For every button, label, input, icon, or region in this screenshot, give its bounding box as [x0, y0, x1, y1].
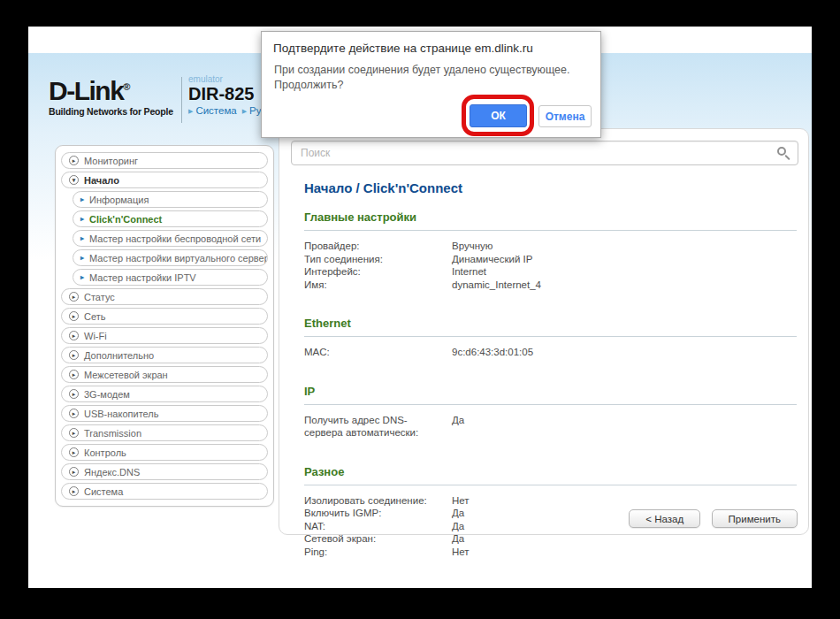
menu-item-0[interactable]: ▶Система: [188, 105, 237, 116]
sidebar-item-6[interactable]: ▸Мастер настройки IPTV: [73, 269, 268, 286]
setting-label: Включить IGMP:: [304, 507, 452, 520]
sidebar-item-label: Начало: [84, 175, 119, 186]
sidebar-item-7[interactable]: ▸Статус: [61, 288, 268, 305]
panel-footer: < Назад Применить: [622, 509, 798, 528]
sidebar-item-9[interactable]: ▸Wi-Fi: [61, 327, 268, 344]
model-block: emulator DIR-825 ▶Система▶Рус: [188, 74, 271, 116]
sidebar-item-1[interactable]: ▾Начало: [61, 172, 268, 188]
dlink-tagline: Building Networks for People: [49, 106, 181, 117]
sidebar-item-label: Информация: [89, 195, 149, 205]
sidebar-item-label: Яндекс.DNS: [84, 467, 140, 478]
chevron-right-circle-icon: ▸: [69, 389, 79, 399]
back-button[interactable]: < Назад: [629, 509, 700, 528]
setting-label: MAC:: [304, 346, 452, 359]
setting-row: Провайдер:Вручную: [304, 240, 797, 253]
chevron-right-circle-icon: ▸: [69, 486, 79, 496]
sidebar-item-label: 3G-модем: [84, 389, 130, 400]
sidebar-item-13[interactable]: ▸USB-накопитель: [61, 405, 268, 422]
setting-row: Тип соединения:Динамический IP: [304, 253, 797, 266]
setting-value: Нет: [452, 546, 797, 559]
section-title: Главные настройки: [304, 210, 797, 224]
sidebar-item-label: Дополнительно: [84, 350, 154, 361]
sidebar-item-17[interactable]: ▸Система: [61, 483, 268, 500]
section-divider: [304, 336, 797, 337]
breadcrumb-parent[interactable]: Начало /: [304, 180, 360, 195]
model-menu: ▶Система▶Рус: [188, 105, 271, 116]
sidebar-item-15[interactable]: ▸Контроль: [61, 444, 268, 461]
model-name: DIR-825: [188, 84, 271, 103]
triangle-icon: ▶: [188, 108, 193, 114]
sidebar-item-8[interactable]: ▸Сеть: [61, 308, 268, 325]
chevron-right-icon: ▸: [80, 234, 84, 242]
sidebar-item-label: Межсетевой экран: [84, 370, 168, 380]
sidebar-item-label: Мастер настройки виртуального сервера: [89, 253, 268, 264]
section-divider: [304, 230, 797, 231]
search-icon[interactable]: [777, 147, 786, 156]
cancel-button[interactable]: Отмена: [538, 105, 592, 127]
setting-label: Провайдер:: [304, 240, 452, 253]
section-title: IP: [304, 385, 797, 398]
sidebar-item-label: Мастер настройки IPTV: [89, 272, 196, 283]
setting-value: Да: [452, 414, 797, 439]
chevron-right-circle-icon: ▸: [69, 428, 79, 438]
sidebar-item-label: Transmission: [84, 428, 141, 439]
setting-value: Internet: [452, 265, 797, 279]
sidebar-item-4[interactable]: ▸Мастер настройки беспроводной сети: [73, 230, 268, 247]
chevron-right-circle-icon: ▸: [69, 370, 79, 379]
section-title: Ethernet: [304, 317, 797, 330]
sidebar-item-3[interactable]: ▸Click'n'Connect: [73, 210, 268, 227]
chevron-right-circle-icon: ▸: [69, 467, 79, 477]
apply-button[interactable]: Применить: [712, 509, 798, 528]
ok-button[interactable]: ОК: [470, 104, 527, 127]
sidebar-item-label: Статус: [84, 292, 115, 302]
sidebar-item-10[interactable]: ▸Дополнительно: [61, 347, 268, 363]
chevron-right-icon: ▸: [80, 215, 84, 223]
sidebar-item-label: Система: [84, 486, 123, 497]
sidebar-item-12[interactable]: ▸3G-модем: [61, 386, 268, 402]
content-panel: Начало / Click'n'Connect Главные настрой…: [279, 128, 809, 535]
section-title: Разное: [304, 465, 797, 478]
sidebar-item-16[interactable]: ▸Яндекс.DNS: [61, 463, 268, 480]
sidebar-item-label: Мастер настройки беспроводной сети: [89, 233, 261, 244]
search-box: [291, 141, 798, 165]
setting-label: NAT:: [304, 520, 452, 533]
setting-label: Изолировать соединение:: [304, 494, 452, 508]
sidebar-item-0[interactable]: ▸Мониторинг: [61, 152, 268, 169]
chevron-right-circle-icon: ▸: [69, 447, 79, 457]
chevron-right-circle-icon: ▸: [69, 350, 79, 360]
setting-row: Имя:dynamic_Internet_4: [304, 279, 797, 292]
setting-label: Получить адрес DNS-сервера автоматически…: [304, 414, 452, 439]
sidebar-item-2[interactable]: ▸Информация: [73, 191, 268, 208]
breadcrumb: Начало / Click'n'Connect: [304, 180, 462, 195]
registered-mark-icon: ®: [123, 81, 130, 92]
setting-label: Интерфейс:: [304, 265, 452, 279]
dlink-logo: D-Link® Building Networks for People: [49, 73, 181, 117]
sidebar-item-14[interactable]: ▸Transmission: [61, 424, 268, 441]
setting-label: Ping:: [304, 546, 452, 559]
section-divider: [304, 485, 797, 485]
setting-row: Изолировать соединение:Нет: [304, 494, 797, 508]
sidebar-item-label: Мониторинг: [84, 156, 138, 166]
dialog-title: Подтвердите действие на странице em.dlin…: [273, 42, 588, 55]
triangle-icon: ▶: [242, 108, 247, 114]
setting-row: Получить адрес DNS-сервера автоматически…: [304, 414, 797, 439]
setting-value: Да: [452, 532, 797, 546]
setting-label: Имя:: [304, 279, 452, 292]
chevron-right-icon: ▸: [80, 273, 84, 281]
sidebar-item-11[interactable]: ▸Межсетевой экран: [61, 366, 268, 383]
search-input[interactable]: [291, 141, 798, 165]
chevron-right-icon: ▸: [80, 254, 84, 262]
chevron-right-circle-icon: ▸: [69, 292, 79, 302]
setting-value: Нет: [452, 494, 797, 508]
sidebar-nav: ▸Мониторинг▾Начало▸Информация▸Click'n'Co…: [55, 145, 274, 507]
emulator-label: emulator: [188, 74, 271, 84]
breadcrumb-current: Click'n'Connect: [363, 180, 462, 195]
router-admin-page: D-Link® Building Networks for People emu…: [28, 27, 812, 588]
dialog-message-line1: При создании соединения будет удалено су…: [274, 63, 588, 78]
chevron-down-circle-icon: ▾: [69, 175, 79, 185]
sidebar-item-5[interactable]: ▸Мастер настройки виртуального сервера: [73, 249, 268, 266]
sidebar-item-label: Click'n'Connect: [89, 214, 162, 225]
sidebar-item-label: Wi-Fi: [84, 331, 107, 341]
chevron-right-circle-icon: ▸: [69, 331, 79, 340]
settings-section-2: IPПолучить адрес DNS-сервера автоматичес…: [304, 385, 797, 439]
